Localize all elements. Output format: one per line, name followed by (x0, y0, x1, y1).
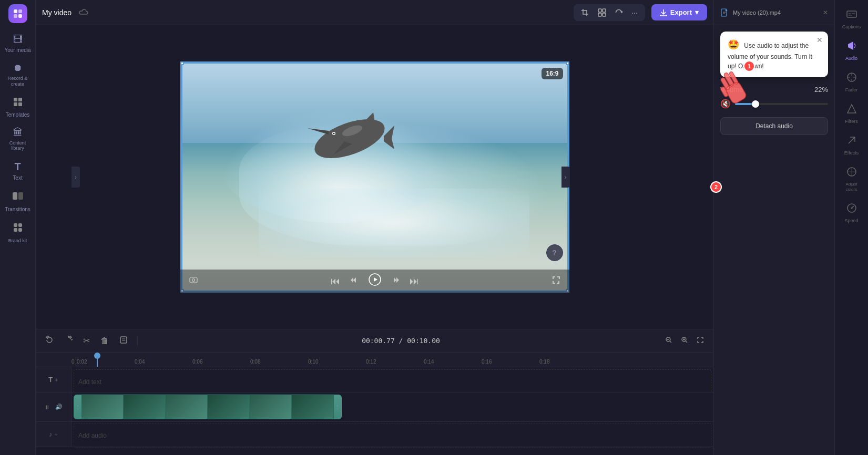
properties-panel-content: 🤩 Use audio to adjust the volume of your… (714, 25, 834, 455)
panel-close-button[interactable]: ✕ (823, 9, 828, 16)
text-track-row: T + Add text (36, 367, 713, 392)
zoom-in-button[interactable] (678, 334, 691, 348)
ruler-mark-18: 0:18 (538, 359, 596, 365)
zoom-out-button[interactable] (662, 334, 676, 348)
svg-rect-2 (14, 14, 17, 18)
right-panel-header: My video (20).mp4 ✕ (714, 0, 834, 25)
collapse-panel-button[interactable]: › (561, 167, 570, 188)
tooltip-emoji: 🤩 (728, 39, 739, 50)
right-panel-adjust-colors[interactable]: Adjustcolors (835, 162, 868, 196)
content-library-icon: 🏛 (13, 127, 23, 138)
video-track-content[interactable]: ⋮ (72, 392, 713, 421)
delete-button[interactable]: 🗑 (97, 334, 112, 348)
clip-thumb-2 (124, 395, 166, 419)
more-tools-button[interactable]: ··· (628, 6, 641, 19)
toolbar-separator (137, 336, 138, 346)
svg-rect-12 (14, 228, 17, 232)
filters-icon (846, 103, 857, 117)
text-track-content[interactable]: Add text (72, 367, 713, 392)
play-pause-button[interactable] (364, 271, 385, 291)
help-button[interactable]: ? (546, 244, 563, 261)
expand-timeline-button[interactable] (693, 334, 707, 348)
track-volume-button[interactable]: 🔊 (54, 403, 64, 411)
sidebar-item-content-library[interactable]: 🏛 Contentlibrary (0, 123, 35, 156)
app-logo[interactable] (8, 4, 27, 23)
sidebar-item-your-media[interactable]: 🎞 Your media (0, 30, 35, 57)
fullscreen-button[interactable] (549, 273, 563, 289)
sidebar-item-templates[interactable]: Templates (0, 92, 35, 122)
svg-rect-5 (18, 98, 22, 101)
sidebar-item-transitions[interactable]: Transitions (0, 186, 35, 216)
timeline-tracks-area: 0 0:02 0:04 0:06 0:08 0:10 0:12 0:14 0:1… (36, 353, 713, 455)
audio-track-placeholder: Add audio (74, 423, 711, 448)
rewind-button[interactable] (346, 273, 360, 289)
sidebar-item-record[interactable]: ⏺ Record &create (0, 58, 35, 91)
right-panel-effects[interactable]: Effects (835, 130, 868, 160)
playhead-handle[interactable] (94, 353, 100, 359)
svg-rect-11 (18, 223, 22, 227)
cloud-save-icon[interactable] (78, 7, 88, 18)
svg-rect-16 (598, 13, 601, 16)
redo-button[interactable] (61, 334, 76, 348)
right-panel-audio[interactable]: Audio (835, 36, 868, 65)
transitions-icon (12, 190, 24, 204)
audio-track-label: ♪ + (36, 422, 72, 447)
crop-tool-button[interactable] (578, 6, 593, 19)
volume-slider[interactable] (735, 103, 828, 105)
clip-handle-left[interactable]: ⋮ (74, 395, 81, 419)
skip-end-button[interactable]: ⏭ (407, 274, 421, 289)
aspect-ratio-badge: 16:9 (542, 68, 563, 79)
clip-thumb-3 (166, 395, 208, 419)
zoom-controls (662, 334, 707, 348)
tooltip-text: Use audio to adjust the volume of your s… (728, 42, 812, 70)
brand-icon (12, 222, 24, 236)
tracks-container: T + Add text (36, 367, 713, 455)
clip-handle-right[interactable]: ⋮ (334, 395, 341, 419)
templates-icon (13, 97, 23, 110)
resize-handle-tr[interactable] (566, 61, 569, 65)
volume-thumb[interactable] (752, 100, 759, 108)
detach-audio-button[interactable]: Detach audio (720, 117, 828, 135)
record-icon: ⏺ (13, 63, 23, 74)
filters-label: Filters (845, 119, 858, 124)
right-panel-captions[interactable]: Captions (835, 4, 868, 34)
screenshot-button[interactable] (187, 273, 200, 289)
rotate-tool-button[interactable] (611, 6, 626, 19)
save-frame-button[interactable] (116, 334, 131, 348)
forward-button[interactable] (390, 273, 403, 289)
ruler-mark-0: 0 (72, 359, 76, 365)
collapse-left-panel-button[interactable]: › (72, 167, 80, 188)
svg-rect-6 (14, 102, 17, 106)
right-panel-fader[interactable]: Fader (835, 67, 868, 97)
tooltip-close-button[interactable]: ✕ (816, 36, 823, 44)
svg-rect-4 (14, 98, 17, 101)
video-track-row: ⏸ 🔊 ⋮ (36, 392, 713, 422)
speed-icon (846, 202, 857, 216)
svg-point-23 (192, 278, 195, 281)
volume-section: Volume 22% 🔇 (720, 86, 828, 109)
preview-area: 16:9 ⏮ (36, 25, 713, 329)
track-lock-button[interactable]: ⏸ (43, 403, 52, 411)
right-panel-filters[interactable]: Filters (835, 99, 868, 128)
right-panel-speed[interactable]: Speed (835, 198, 868, 228)
video-clip[interactable]: ⋮ (74, 395, 342, 419)
layout-tool-button[interactable] (595, 6, 609, 19)
audio-track-content[interactable]: Add audio (72, 422, 713, 447)
playhead[interactable] (97, 353, 98, 367)
cut-button[interactable]: ✂ (80, 334, 93, 348)
ruler-mark-6: 0:06 (191, 359, 249, 365)
skip-start-button[interactable]: ⏮ (329, 274, 342, 289)
svg-rect-26 (120, 337, 127, 343)
clip-thumb-4 (208, 395, 250, 419)
undo-button[interactable] (42, 334, 57, 348)
volume-header: Volume 22% (720, 86, 828, 94)
video-frame[interactable] (180, 61, 569, 293)
timeline-time-display: 00:00.77 / 00:10.00 (144, 337, 658, 345)
svg-point-20 (333, 133, 335, 135)
effects-icon (846, 135, 857, 149)
project-title: My video (42, 8, 72, 17)
sidebar-item-brand[interactable]: Brand kit (0, 218, 35, 248)
resize-handle-tl[interactable] (180, 61, 184, 65)
sidebar-item-text[interactable]: T Text (0, 157, 35, 185)
export-button[interactable]: Export ▾ (651, 4, 707, 20)
